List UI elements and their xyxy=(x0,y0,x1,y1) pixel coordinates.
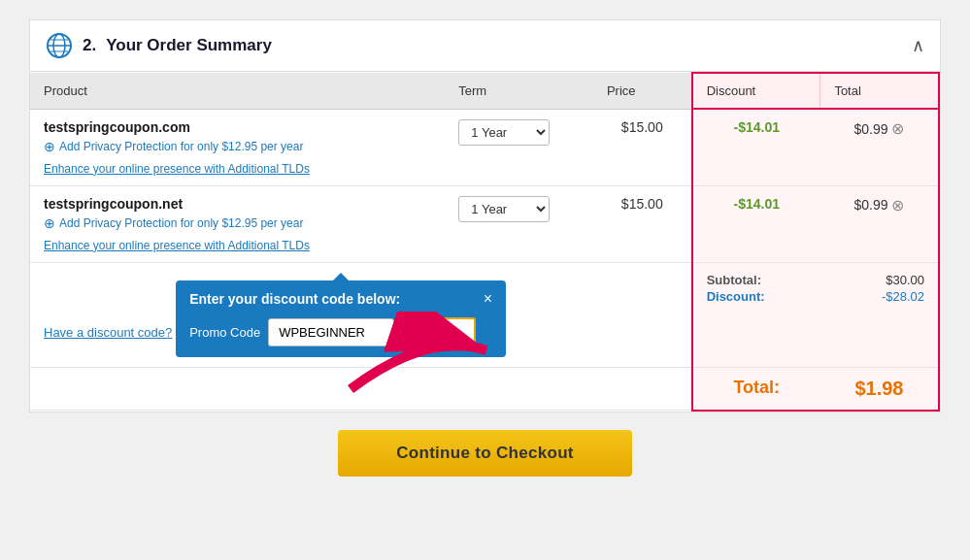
price-cell-2: $15.00 xyxy=(593,185,692,262)
close-popup-button[interactable]: × xyxy=(484,290,492,308)
annotation-arrow xyxy=(331,312,506,399)
grand-total-value: $1.98 xyxy=(854,378,903,399)
page-container: 2. Your Order Summary ∧ Product Term Pri… xyxy=(10,10,960,496)
col-header-term: Term xyxy=(445,73,593,109)
subtotal-label: Subtotal: xyxy=(707,273,761,287)
term-cell-1: 1 Year 2 Years 3 Years xyxy=(445,109,593,185)
discount-amount-2: -$14.01 xyxy=(734,196,780,212)
section-header-left: 2. Your Order Summary xyxy=(46,32,272,59)
order-table-wrapper: Product Term Price Discount Total testsp… xyxy=(29,72,941,412)
discount-code-cell: Have a discount code? Enter your discoun… xyxy=(30,262,692,367)
discount-summary-value: -$28.02 xyxy=(882,289,924,304)
table-row: testspringcoupon.net ⊕ Add Privacy Prote… xyxy=(30,185,939,262)
discount-code-row: Have a discount code? Enter your discoun… xyxy=(30,262,939,367)
total-cell-2: $0.99 ⊗ xyxy=(820,185,939,262)
total-amount-1: $0.99 ⊗ xyxy=(834,119,924,138)
subtotal-area: Subtotal: Discount: xyxy=(692,262,820,367)
remove-icon-2[interactable]: ⊗ xyxy=(891,196,904,214)
term-select-2[interactable]: 1 Year 2 Years 3 Years xyxy=(458,196,550,222)
privacy-text-2: Add Privacy Protection for only $12.95 p… xyxy=(59,216,303,230)
total-amount-2: $0.99 ⊗ xyxy=(834,196,924,214)
total-value-2: $0.99 xyxy=(853,197,887,213)
promo-label: Promo Code xyxy=(189,325,260,340)
product-name-2: testspringcoupon.net xyxy=(44,196,431,212)
col-header-product: Product xyxy=(30,73,445,109)
tld-link-2[interactable]: Enhance your online presence with Additi… xyxy=(44,239,431,252)
product-name-1: testspringcoupon.com xyxy=(44,119,431,135)
popup-title: Enter your discount code below: xyxy=(189,291,400,307)
product-cell-2: testspringcoupon.net ⊕ Add Privacy Prote… xyxy=(30,185,445,262)
table-header-row: Product Term Price Discount Total xyxy=(30,73,939,109)
annotation-arrow-container xyxy=(331,312,506,399)
chevron-up-icon[interactable]: ∧ xyxy=(912,35,924,56)
subtotal-values-area: $30.00 -$28.02 xyxy=(820,262,939,367)
grand-total-value-cell: $1.98 xyxy=(820,367,939,411)
term-select-1[interactable]: 1 Year 2 Years 3 Years xyxy=(458,119,550,146)
order-table: Product Term Price Discount Total testsp… xyxy=(30,72,940,412)
plus-circle-icon-1: ⊕ xyxy=(44,139,55,154)
discount-code-link[interactable]: Have a discount code? xyxy=(44,325,172,340)
tld-link-1[interactable]: Enhance your online presence with Additi… xyxy=(44,162,431,176)
col-header-discount: Discount xyxy=(692,73,820,109)
continue-to-checkout-button[interactable]: Continue to Checkout xyxy=(338,430,632,477)
privacy-text-1: Add Privacy Protection for only $12.95 p… xyxy=(59,140,303,153)
col-header-total: Total xyxy=(820,73,939,109)
product-cell-1: testspringcoupon.com ⊕ Add Privacy Prote… xyxy=(30,109,445,185)
plus-circle-icon-2: ⊕ xyxy=(44,215,55,231)
total-value-1: $0.99 xyxy=(853,121,887,137)
privacy-link-2[interactable]: ⊕ Add Privacy Protection for only $12.95… xyxy=(44,215,431,231)
discount-cell-2: -$14.01 xyxy=(692,185,820,262)
popup-header: Enter your discount code below: × xyxy=(189,290,492,308)
popup-arrow xyxy=(333,273,349,280)
continue-btn-wrapper: Continue to Checkout xyxy=(29,430,941,477)
grand-total-label: Total: xyxy=(733,378,780,397)
col-header-price: Price xyxy=(593,73,692,109)
table-row: testspringcoupon.com ⊕ Add Privacy Prote… xyxy=(30,109,939,185)
grand-total-label-cell: Total: xyxy=(692,367,820,411)
total-cell-1: $0.99 ⊗ xyxy=(820,109,939,185)
globe-icon xyxy=(46,32,73,59)
section-header: 2. Your Order Summary ∧ xyxy=(29,19,941,72)
discount-label: Discount: xyxy=(707,289,765,304)
price-cell-1: $15.00 xyxy=(593,109,692,185)
section-title: 2. xyxy=(83,36,96,55)
privacy-link-1[interactable]: ⊕ Add Privacy Protection for only $12.95… xyxy=(44,139,431,154)
remove-icon-1[interactable]: ⊗ xyxy=(891,119,904,138)
term-cell-2: 1 Year 2 Years 3 Years xyxy=(445,185,593,262)
subtotal-value: $30.00 xyxy=(886,273,924,287)
discount-cell-1: -$14.01 xyxy=(692,109,820,185)
discount-amount-1: -$14.01 xyxy=(734,119,780,135)
section-subtitle: Your Order Summary xyxy=(106,36,272,55)
